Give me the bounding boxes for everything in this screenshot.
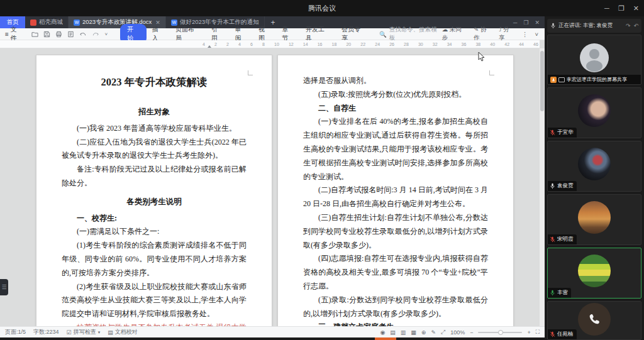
participant-tile[interactable]: 于宜华 bbox=[547, 87, 641, 138]
document-page-1[interactable]: 2023 年专升本政策解读 招生对象 (一)我省 2023 年普通高等学校应届专… bbox=[36, 55, 272, 326]
tools-icon[interactable]: ⊕ bbox=[421, 329, 426, 336]
participant-tile[interactable]: 任苑楠 bbox=[547, 301, 641, 340]
zoom-slider[interactable] bbox=[478, 332, 522, 333]
doc-heading: 招生对象 bbox=[62, 106, 247, 119]
doc-section-title: 三、建档立卡家庭考生 bbox=[303, 321, 488, 326]
participant-tile[interactable]: 袁俊霓 bbox=[547, 141, 641, 192]
avatar bbox=[578, 201, 611, 234]
screen-share-icon bbox=[558, 77, 565, 82]
save-icon[interactable] bbox=[43, 31, 50, 38]
undo-icon[interactable] bbox=[79, 31, 87, 38]
crop-mark bbox=[248, 70, 253, 75]
wps-minimize-icon[interactable]: ─ bbox=[513, 19, 517, 26]
layout-switch-icon[interactable]: ↷ bbox=[626, 23, 631, 29]
more-icon[interactable]: ⋮ bbox=[522, 31, 528, 38]
indent-marker[interactable] bbox=[208, 45, 211, 48]
ruler-number: 10 bbox=[274, 42, 279, 47]
zoom-out-icon[interactable]: − bbox=[470, 329, 473, 336]
spellcheck-label: 拼写检查 bbox=[74, 328, 96, 336]
print-icon[interactable] bbox=[55, 31, 62, 38]
document-area[interactable]: 2023 年专升本政策解读 招生对象 (一)我省 2023 年普通高等学校应届专… bbox=[0, 48, 540, 326]
redo-icon[interactable] bbox=[92, 31, 99, 38]
doc-section-title: 二、自荐生 bbox=[303, 102, 488, 116]
ruler-number: 2 bbox=[226, 42, 229, 47]
ruler-number: 22 bbox=[360, 42, 365, 47]
mic-muted-icon bbox=[550, 331, 555, 337]
mouse-cursor bbox=[478, 52, 486, 62]
pen-icon[interactable]: ✎ bbox=[431, 329, 436, 336]
share-label-bar: 李宏运枣庄学院的屏幕共享 bbox=[548, 75, 641, 84]
tab-docer-label: 稻壳商城 bbox=[39, 18, 63, 26]
doc-section-title: 一、校荐生: bbox=[62, 212, 247, 226]
zoom-level[interactable]: 100% bbox=[450, 329, 465, 336]
word-doc-icon: W bbox=[74, 19, 80, 26]
meeting-sidebar: 正在讲话: 丰雷; 袁俊霓 ↷ ↶ 李宏运枣庄学院的屏幕共享 bbox=[545, 16, 644, 340]
preview-icon[interactable] bbox=[67, 31, 74, 38]
restore-view-icon[interactable]: ↶ bbox=[633, 23, 638, 29]
horizontal-ruler[interactable]: 4224681012141618202224262830323436384042… bbox=[0, 40, 540, 48]
presenter-icon bbox=[550, 77, 557, 83]
doc-heading: 各类别考生说明 bbox=[62, 195, 247, 209]
shared-screen-wps: 首页 稻壳商城 W 2023专升本政策讲解.docx ✕ W 做好2023年专升… bbox=[0, 16, 545, 340]
doc-check-icon: ▤ bbox=[108, 329, 113, 336]
wps-ribbon: ≡ 文件 ˅ 开始 插入 页面布局 引用 审阅 视图 章节 开发工具 bbox=[0, 28, 545, 40]
doc-paragraph: 选择是否服从调剂。 bbox=[303, 74, 488, 88]
doc-paragraph: 备注:专科阶段无记过及以上纪律处分或报名前已解除处分。 bbox=[62, 163, 247, 190]
outline-view-icon[interactable]: ▥ bbox=[401, 329, 406, 336]
collapse-ribbon-icon[interactable]: ˅ bbox=[535, 31, 538, 38]
scrollbar-thumb[interactable] bbox=[540, 51, 544, 111]
open-folder-icon[interactable] bbox=[31, 31, 38, 38]
ruler-number: 6 bbox=[250, 42, 253, 47]
eye-protect-icon[interactable]: ◉ bbox=[380, 329, 385, 336]
person-silhouette-icon bbox=[580, 43, 609, 72]
doc-paragraph: (二)自荐考试报名时间:3 月 14 日前,考试时间在 3 月 20 日-28 … bbox=[303, 184, 488, 211]
document-page-2[interactable]: 选择是否服从调剂。 (五)录取:按照统考分数(位次)优先原则投档。 二、自荐生 … bbox=[277, 55, 514, 326]
wps-maximize-icon[interactable]: ❐ bbox=[523, 19, 528, 26]
ruler-number: 42 bbox=[504, 42, 509, 47]
doc-paragraph: (五)录取:按照统考分数(位次)优先原则投档。 bbox=[303, 88, 488, 102]
spellcheck-toggle[interactable]: ☑ 拼写检查 ▾ bbox=[67, 328, 101, 336]
fullscreen-icon[interactable]: ⛶ bbox=[536, 329, 540, 336]
ruler-number: 4 bbox=[203, 42, 205, 47]
spellcheck-icon: ☑ bbox=[67, 329, 72, 336]
fit-page-icon[interactable]: ⤢ bbox=[441, 329, 445, 336]
chevron-down-icon: ▾ bbox=[98, 330, 101, 335]
avatar bbox=[578, 255, 611, 287]
mic-muted-icon bbox=[550, 129, 555, 136]
ruler-number: 30 bbox=[418, 42, 423, 47]
maximize-button[interactable]: ❐ bbox=[618, 4, 625, 13]
wps-close-icon[interactable]: ✕ bbox=[535, 19, 540, 26]
meeting-titlebar: 腾讯会议 ─ ❐ ✕ bbox=[0, 0, 644, 16]
ruler-number: 14 bbox=[303, 42, 308, 47]
collapsed-panel-handle[interactable]: ☰ bbox=[0, 279, 8, 295]
ruler-number: 40 bbox=[490, 42, 495, 47]
read-view-icon[interactable]: ▦ bbox=[411, 329, 416, 336]
toolbar-dropdown-icon[interactable]: ˅ bbox=[104, 31, 108, 37]
doc-paragraph-red: 校荐资格与学生是否参加专升本考试无关;退役大学生士兵、建档立卡家庭考生、大赛保送… bbox=[62, 321, 247, 326]
close-button[interactable]: ✕ bbox=[633, 4, 639, 13]
ruler-number: 38 bbox=[475, 42, 480, 47]
ruler-number: 2 bbox=[214, 42, 217, 47]
proofread-button[interactable]: ▤ 文档校对 bbox=[108, 328, 138, 336]
participant-name: 宋明霞 bbox=[557, 236, 574, 243]
doc-paragraph: (五)录取:分数达到同学校同专业校荐生录取最低分的,以增列计划方式录取(有多少录… bbox=[303, 293, 488, 321]
page-view-icon[interactable]: ▤ bbox=[390, 329, 396, 336]
participant-tile[interactable]: 宋明霞 bbox=[547, 194, 641, 245]
ruler-number: 46 bbox=[533, 42, 538, 47]
minimize-button[interactable]: ─ bbox=[604, 4, 609, 12]
vertical-scrollbar[interactable] bbox=[540, 48, 545, 326]
screen-share-tile[interactable]: 李宏运枣庄学院的屏幕共享 bbox=[547, 35, 641, 85]
docer-icon bbox=[30, 19, 36, 26]
sync-label: 未同步 bbox=[442, 26, 462, 41]
ruler-number: 32 bbox=[433, 42, 438, 47]
zoom-slider-thumb[interactable] bbox=[498, 330, 503, 335]
share-label: 分享 bbox=[499, 26, 509, 41]
ruler-number: 12 bbox=[289, 42, 294, 47]
phone-icon bbox=[587, 312, 601, 326]
ruler-number: 20 bbox=[346, 42, 351, 47]
page-indicator: 页面:1/5 bbox=[5, 328, 26, 336]
zoom-in-icon[interactable]: + bbox=[527, 329, 530, 336]
participant-tile-active-speaker[interactable]: 丰雷 bbox=[547, 248, 641, 299]
proofread-label: 文档校对 bbox=[115, 328, 138, 336]
tab-docer[interactable]: 稻壳商城 bbox=[25, 16, 69, 28]
